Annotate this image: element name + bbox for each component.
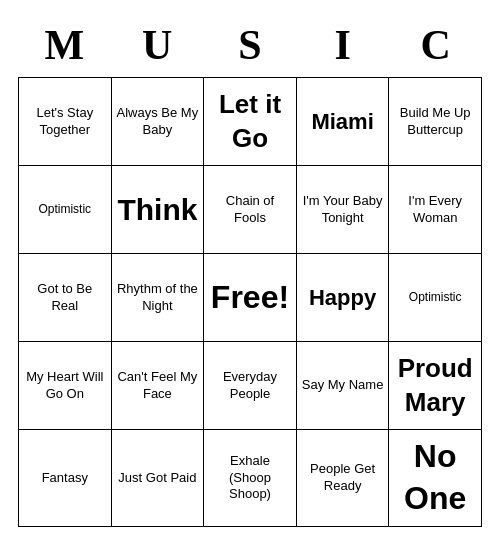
cell-1-0: Optimistic	[19, 166, 112, 254]
header-letter: I	[296, 17, 389, 77]
header-letter: C	[389, 17, 482, 77]
bingo-header: MUSIC	[18, 17, 482, 77]
cell-3-1: Can't Feel My Face	[112, 342, 205, 430]
cell-0-1: Always Be My Baby	[112, 78, 205, 166]
bingo-grid: Let's Stay TogetherAlways Be My BabyLet …	[18, 77, 482, 526]
cell-4-1: Just Got Paid	[112, 430, 205, 526]
cell-3-3: Say My Name	[297, 342, 390, 430]
cell-2-4: Optimistic	[389, 254, 482, 342]
cell-4-0: Fantasy	[19, 430, 112, 526]
header-letter: M	[18, 17, 111, 77]
cell-4-3: People Get Ready	[297, 430, 390, 526]
cell-2-2: Free!	[204, 254, 297, 342]
bingo-card: MUSIC Let's Stay TogetherAlways Be My Ba…	[10, 9, 490, 534]
cell-0-3: Miami	[297, 78, 390, 166]
cell-1-2: Chain of Fools	[204, 166, 297, 254]
cell-2-1: Rhythm of the Night	[112, 254, 205, 342]
cell-0-4: Build Me Up Buttercup	[389, 78, 482, 166]
cell-3-0: My Heart Will Go On	[19, 342, 112, 430]
cell-4-4: No One	[389, 430, 482, 526]
cell-1-4: I'm Every Woman	[389, 166, 482, 254]
cell-2-0: Got to Be Real	[19, 254, 112, 342]
cell-0-2: Let it Go	[204, 78, 297, 166]
header-letter: S	[204, 17, 297, 77]
cell-3-4: Proud Mary	[389, 342, 482, 430]
cell-3-2: Everyday People	[204, 342, 297, 430]
cell-0-0: Let's Stay Together	[19, 78, 112, 166]
header-letter: U	[111, 17, 204, 77]
cell-1-1: Think	[112, 166, 205, 254]
cell-1-3: I'm Your Baby Tonight	[297, 166, 390, 254]
cell-2-3: Happy	[297, 254, 390, 342]
cell-4-2: Exhale (Shoop Shoop)	[204, 430, 297, 526]
